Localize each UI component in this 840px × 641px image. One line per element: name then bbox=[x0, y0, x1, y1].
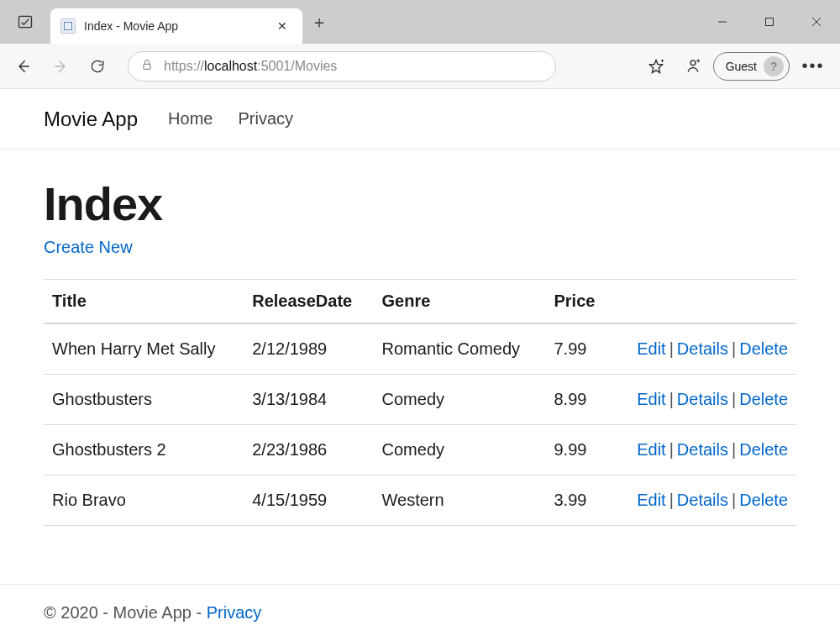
window-controls bbox=[699, 0, 840, 44]
cell-actions: Edit|Details|Delete bbox=[610, 375, 796, 425]
delete-link[interactable]: Delete bbox=[739, 390, 788, 408]
page-footer: © 2020 - Movie App - Privacy bbox=[0, 584, 840, 641]
svg-rect-2 bbox=[144, 64, 150, 69]
site-navbar: Movie App Home Privacy bbox=[0, 89, 840, 150]
action-separator: | bbox=[728, 390, 739, 408]
delete-link[interactable]: Delete bbox=[739, 491, 788, 509]
forward-button[interactable] bbox=[44, 50, 77, 83]
action-separator: | bbox=[728, 440, 739, 459]
more-menu-button[interactable]: ••• bbox=[793, 50, 833, 83]
cell-price: 9.99 bbox=[545, 425, 610, 475]
delete-link[interactable]: Delete bbox=[739, 440, 788, 459]
col-actions bbox=[610, 280, 796, 324]
col-title: Title bbox=[44, 280, 244, 324]
page-favicon-icon bbox=[60, 18, 76, 34]
browser-tab-active[interactable]: Index - Movie App ✕ bbox=[50, 8, 302, 44]
favorites-button[interactable] bbox=[639, 50, 673, 83]
browser-tab-title: Index - Movie App bbox=[84, 19, 264, 33]
profile-button[interactable]: Guest ? bbox=[713, 52, 790, 81]
url-host: localhost bbox=[204, 59, 257, 73]
svg-rect-1 bbox=[766, 18, 774, 26]
cell-price: 7.99 bbox=[545, 323, 610, 375]
cell-price: 8.99 bbox=[545, 375, 610, 425]
cell-actions: Edit|Details|Delete bbox=[610, 323, 796, 375]
address-bar[interactable]: https://localhost:5001/Movies bbox=[128, 51, 556, 81]
back-button[interactable] bbox=[7, 50, 40, 83]
col-genre: Genre bbox=[374, 280, 546, 324]
collections-button[interactable] bbox=[676, 50, 710, 83]
details-link[interactable]: Details bbox=[677, 491, 728, 509]
table-header-row: Title ReleaseDate Genre Price bbox=[44, 280, 796, 324]
lock-icon bbox=[140, 58, 154, 75]
cell-genre: Western bbox=[374, 475, 546, 526]
table-row: When Harry Met Sally2/12/1989Romantic Co… bbox=[44, 323, 796, 375]
action-separator: | bbox=[666, 390, 677, 408]
address-url: https://localhost:5001/Movies bbox=[164, 59, 337, 74]
create-new-link[interactable]: Create New bbox=[44, 238, 133, 257]
cell-title: Rio Bravo bbox=[44, 475, 244, 526]
cell-releasedate: 4/15/1959 bbox=[244, 475, 373, 526]
tab-actions-button[interactable] bbox=[0, 0, 50, 44]
svg-rect-0 bbox=[19, 16, 32, 27]
page-title: Index bbox=[44, 176, 796, 231]
browser-toolbar: https://localhost:5001/Movies Guest ? ••… bbox=[0, 44, 840, 89]
avatar-icon: ? bbox=[764, 56, 784, 76]
edit-link[interactable]: Edit bbox=[637, 491, 665, 509]
edit-link[interactable]: Edit bbox=[637, 390, 665, 408]
cell-releasedate: 2/12/1989 bbox=[244, 323, 373, 375]
cell-title: Ghostbusters 2 bbox=[44, 425, 244, 475]
edit-link[interactable]: Edit bbox=[637, 339, 665, 358]
browser-titlebar: Index - Movie App ✕ ＋ bbox=[0, 0, 840, 44]
minimize-button[interactable] bbox=[699, 0, 746, 44]
cell-releasedate: 2/23/1986 bbox=[244, 425, 373, 475]
page-content: Movie App Home Privacy Index Create New … bbox=[0, 89, 840, 560]
svg-point-3 bbox=[690, 60, 696, 65]
cell-actions: Edit|Details|Delete bbox=[610, 475, 796, 526]
action-separator: | bbox=[666, 339, 677, 358]
cell-releasedate: 3/13/1984 bbox=[244, 375, 373, 425]
movies-table: Title ReleaseDate Genre Price When Harry… bbox=[44, 279, 796, 526]
new-tab-button[interactable]: ＋ bbox=[302, 0, 336, 44]
delete-link[interactable]: Delete bbox=[739, 339, 788, 358]
col-releasedate: ReleaseDate bbox=[244, 280, 373, 324]
footer-text: © 2020 - Movie App - bbox=[44, 603, 207, 622]
nav-link-privacy[interactable]: Privacy bbox=[238, 109, 293, 129]
details-link[interactable]: Details bbox=[677, 390, 728, 408]
table-row: Rio Bravo4/15/1959Western3.99Edit|Detail… bbox=[44, 475, 796, 526]
details-link[interactable]: Details bbox=[677, 339, 728, 358]
brand[interactable]: Movie App bbox=[44, 108, 138, 131]
ellipsis-icon: ••• bbox=[801, 56, 824, 76]
cell-genre: Romantic Comedy bbox=[374, 323, 546, 375]
footer-privacy-link[interactable]: Privacy bbox=[207, 603, 262, 622]
nav-link-home[interactable]: Home bbox=[168, 109, 213, 129]
cell-price: 3.99 bbox=[545, 475, 610, 526]
close-window-button[interactable] bbox=[793, 0, 840, 44]
action-separator: | bbox=[728, 339, 739, 358]
cell-title: Ghostbusters bbox=[44, 375, 244, 425]
col-price: Price bbox=[545, 280, 610, 324]
url-path: :5001/Movies bbox=[257, 59, 337, 73]
cell-genre: Comedy bbox=[374, 425, 546, 475]
maximize-button[interactable] bbox=[746, 0, 793, 44]
profile-label: Guest bbox=[726, 60, 757, 73]
action-separator: | bbox=[666, 491, 677, 509]
table-row: Ghostbusters3/13/1984Comedy8.99Edit|Deta… bbox=[44, 375, 796, 425]
action-separator: | bbox=[728, 491, 739, 509]
action-separator: | bbox=[666, 440, 677, 459]
details-link[interactable]: Details bbox=[677, 440, 728, 459]
table-row: Ghostbusters 22/23/1986Comedy9.99Edit|De… bbox=[44, 425, 796, 475]
cell-actions: Edit|Details|Delete bbox=[610, 425, 796, 475]
cell-title: When Harry Met Sally bbox=[44, 323, 244, 375]
edit-link[interactable]: Edit bbox=[637, 440, 665, 459]
cell-genre: Comedy bbox=[374, 375, 546, 425]
refresh-button[interactable] bbox=[81, 50, 114, 83]
close-tab-button[interactable]: ✕ bbox=[272, 16, 292, 36]
url-scheme: https:// bbox=[164, 59, 204, 73]
